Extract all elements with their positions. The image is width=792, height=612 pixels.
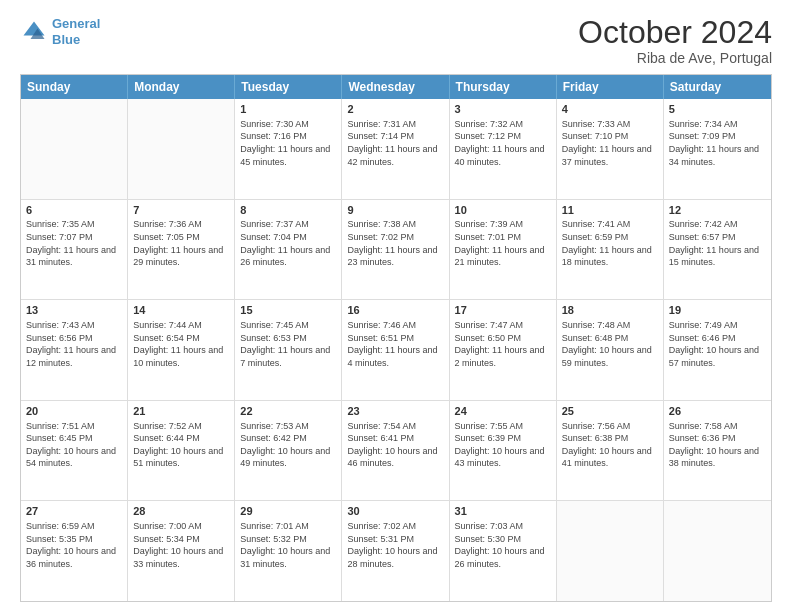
day-number: 13 <box>26 303 122 318</box>
day-24: 24Sunrise: 7:55 AM Sunset: 6:39 PM Dayli… <box>450 401 557 501</box>
calendar-body: 1Sunrise: 7:30 AM Sunset: 7:16 PM Daylig… <box>21 99 771 601</box>
cell-details: Sunrise: 7:01 AM Sunset: 5:32 PM Dayligh… <box>240 520 336 570</box>
cell-details: Sunrise: 7:33 AM Sunset: 7:10 PM Dayligh… <box>562 118 658 168</box>
day-number: 2 <box>347 102 443 117</box>
day-number: 12 <box>669 203 766 218</box>
cell-details: Sunrise: 7:47 AM Sunset: 6:50 PM Dayligh… <box>455 319 551 369</box>
day-of-week-friday: Friday <box>557 75 664 99</box>
cell-details: Sunrise: 7:32 AM Sunset: 7:12 PM Dayligh… <box>455 118 551 168</box>
cell-details: Sunrise: 7:42 AM Sunset: 6:57 PM Dayligh… <box>669 218 766 268</box>
location: Riba de Ave, Portugal <box>578 50 772 66</box>
day-of-week-tuesday: Tuesday <box>235 75 342 99</box>
empty-cell <box>664 501 771 601</box>
day-of-week-monday: Monday <box>128 75 235 99</box>
cell-details: Sunrise: 7:43 AM Sunset: 6:56 PM Dayligh… <box>26 319 122 369</box>
calendar-row-1: 1Sunrise: 7:30 AM Sunset: 7:16 PM Daylig… <box>21 99 771 199</box>
day-14: 14Sunrise: 7:44 AM Sunset: 6:54 PM Dayli… <box>128 300 235 400</box>
day-number: 8 <box>240 203 336 218</box>
day-number: 31 <box>455 504 551 519</box>
day-of-week-saturday: Saturday <box>664 75 771 99</box>
calendar-row-4: 20Sunrise: 7:51 AM Sunset: 6:45 PM Dayli… <box>21 400 771 501</box>
cell-details: Sunrise: 7:48 AM Sunset: 6:48 PM Dayligh… <box>562 319 658 369</box>
logo-blue: Blue <box>52 32 80 47</box>
day-number: 1 <box>240 102 336 117</box>
cell-details: Sunrise: 7:45 AM Sunset: 6:53 PM Dayligh… <box>240 319 336 369</box>
cell-details: Sunrise: 7:51 AM Sunset: 6:45 PM Dayligh… <box>26 420 122 470</box>
day-number: 23 <box>347 404 443 419</box>
header: General Blue October 2024 Riba de Ave, P… <box>20 16 772 66</box>
cell-details: Sunrise: 7:31 AM Sunset: 7:14 PM Dayligh… <box>347 118 443 168</box>
day-number: 5 <box>669 102 766 117</box>
cell-details: Sunrise: 7:41 AM Sunset: 6:59 PM Dayligh… <box>562 218 658 268</box>
cell-details: Sunrise: 7:58 AM Sunset: 6:36 PM Dayligh… <box>669 420 766 470</box>
cell-details: Sunrise: 7:52 AM Sunset: 6:44 PM Dayligh… <box>133 420 229 470</box>
cell-details: Sunrise: 7:34 AM Sunset: 7:09 PM Dayligh… <box>669 118 766 168</box>
day-number: 4 <box>562 102 658 117</box>
day-21: 21Sunrise: 7:52 AM Sunset: 6:44 PM Dayli… <box>128 401 235 501</box>
calendar-row-2: 6Sunrise: 7:35 AM Sunset: 7:07 PM Daylig… <box>21 199 771 300</box>
day-number: 14 <box>133 303 229 318</box>
day-number: 20 <box>26 404 122 419</box>
calendar: SundayMondayTuesdayWednesdayThursdayFrid… <box>20 74 772 602</box>
day-number: 25 <box>562 404 658 419</box>
day-number: 15 <box>240 303 336 318</box>
calendar-header: SundayMondayTuesdayWednesdayThursdayFrid… <box>21 75 771 99</box>
day-26: 26Sunrise: 7:58 AM Sunset: 6:36 PM Dayli… <box>664 401 771 501</box>
day-29: 29Sunrise: 7:01 AM Sunset: 5:32 PM Dayli… <box>235 501 342 601</box>
day-10: 10Sunrise: 7:39 AM Sunset: 7:01 PM Dayli… <box>450 200 557 300</box>
cell-details: Sunrise: 7:49 AM Sunset: 6:46 PM Dayligh… <box>669 319 766 369</box>
cell-details: Sunrise: 7:39 AM Sunset: 7:01 PM Dayligh… <box>455 218 551 268</box>
day-number: 29 <box>240 504 336 519</box>
day-number: 7 <box>133 203 229 218</box>
day-number: 22 <box>240 404 336 419</box>
day-4: 4Sunrise: 7:33 AM Sunset: 7:10 PM Daylig… <box>557 99 664 199</box>
day-number: 3 <box>455 102 551 117</box>
day-5: 5Sunrise: 7:34 AM Sunset: 7:09 PM Daylig… <box>664 99 771 199</box>
day-30: 30Sunrise: 7:02 AM Sunset: 5:31 PM Dayli… <box>342 501 449 601</box>
cell-details: Sunrise: 6:59 AM Sunset: 5:35 PM Dayligh… <box>26 520 122 570</box>
day-number: 21 <box>133 404 229 419</box>
day-of-week-thursday: Thursday <box>450 75 557 99</box>
cell-details: Sunrise: 7:38 AM Sunset: 7:02 PM Dayligh… <box>347 218 443 268</box>
empty-cell <box>128 99 235 199</box>
day-number: 24 <box>455 404 551 419</box>
day-number: 9 <box>347 203 443 218</box>
calendar-row-3: 13Sunrise: 7:43 AM Sunset: 6:56 PM Dayli… <box>21 299 771 400</box>
cell-details: Sunrise: 7:54 AM Sunset: 6:41 PM Dayligh… <box>347 420 443 470</box>
logo: General Blue <box>20 16 100 47</box>
page: General Blue October 2024 Riba de Ave, P… <box>0 0 792 612</box>
cell-details: Sunrise: 7:44 AM Sunset: 6:54 PM Dayligh… <box>133 319 229 369</box>
day-27: 27Sunrise: 6:59 AM Sunset: 5:35 PM Dayli… <box>21 501 128 601</box>
calendar-row-5: 27Sunrise: 6:59 AM Sunset: 5:35 PM Dayli… <box>21 500 771 601</box>
cell-details: Sunrise: 7:55 AM Sunset: 6:39 PM Dayligh… <box>455 420 551 470</box>
day-25: 25Sunrise: 7:56 AM Sunset: 6:38 PM Dayli… <box>557 401 664 501</box>
day-31: 31Sunrise: 7:03 AM Sunset: 5:30 PM Dayli… <box>450 501 557 601</box>
day-number: 18 <box>562 303 658 318</box>
day-15: 15Sunrise: 7:45 AM Sunset: 6:53 PM Dayli… <box>235 300 342 400</box>
day-20: 20Sunrise: 7:51 AM Sunset: 6:45 PM Dayli… <box>21 401 128 501</box>
day-number: 19 <box>669 303 766 318</box>
logo-general: General <box>52 16 100 31</box>
day-of-week-wednesday: Wednesday <box>342 75 449 99</box>
day-12: 12Sunrise: 7:42 AM Sunset: 6:57 PM Dayli… <box>664 200 771 300</box>
day-22: 22Sunrise: 7:53 AM Sunset: 6:42 PM Dayli… <box>235 401 342 501</box>
day-number: 10 <box>455 203 551 218</box>
day-9: 9Sunrise: 7:38 AM Sunset: 7:02 PM Daylig… <box>342 200 449 300</box>
day-16: 16Sunrise: 7:46 AM Sunset: 6:51 PM Dayli… <box>342 300 449 400</box>
title-block: October 2024 Riba de Ave, Portugal <box>578 16 772 66</box>
day-number: 16 <box>347 303 443 318</box>
logo-icon <box>20 18 48 46</box>
day-6: 6Sunrise: 7:35 AM Sunset: 7:07 PM Daylig… <box>21 200 128 300</box>
cell-details: Sunrise: 7:36 AM Sunset: 7:05 PM Dayligh… <box>133 218 229 268</box>
day-28: 28Sunrise: 7:00 AM Sunset: 5:34 PM Dayli… <box>128 501 235 601</box>
cell-details: Sunrise: 7:30 AM Sunset: 7:16 PM Dayligh… <box>240 118 336 168</box>
day-23: 23Sunrise: 7:54 AM Sunset: 6:41 PM Dayli… <box>342 401 449 501</box>
cell-details: Sunrise: 7:37 AM Sunset: 7:04 PM Dayligh… <box>240 218 336 268</box>
day-13: 13Sunrise: 7:43 AM Sunset: 6:56 PM Dayli… <box>21 300 128 400</box>
empty-cell <box>21 99 128 199</box>
day-1: 1Sunrise: 7:30 AM Sunset: 7:16 PM Daylig… <box>235 99 342 199</box>
cell-details: Sunrise: 7:46 AM Sunset: 6:51 PM Dayligh… <box>347 319 443 369</box>
cell-details: Sunrise: 7:53 AM Sunset: 6:42 PM Dayligh… <box>240 420 336 470</box>
day-number: 30 <box>347 504 443 519</box>
day-18: 18Sunrise: 7:48 AM Sunset: 6:48 PM Dayli… <box>557 300 664 400</box>
